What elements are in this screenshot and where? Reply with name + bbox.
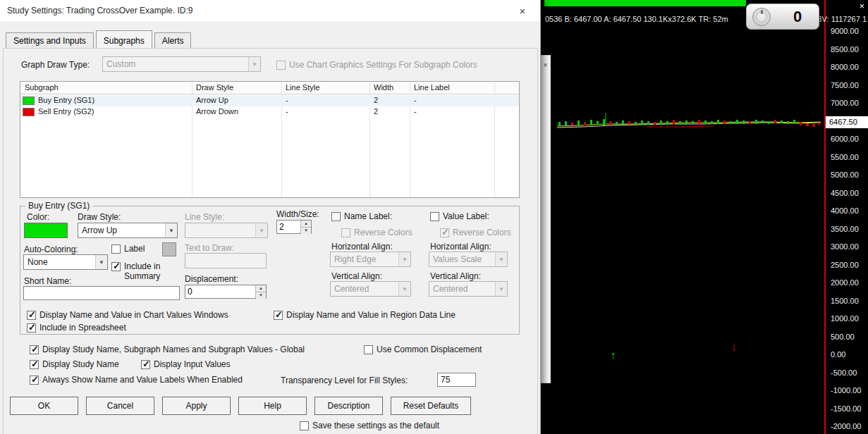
width-size-input[interactable] (277, 221, 300, 233)
label-color-button[interactable] (162, 242, 176, 256)
name-vertical-align-select[interactable]: Centered ▼ (330, 281, 411, 297)
displacement-label: Displacement: (185, 274, 238, 284)
graph-draw-type-value: Custom (103, 59, 248, 69)
study-settings-dialog: Study Settings: Trading CrossOver Exampl… (0, 0, 541, 434)
v-align-value: Centered (331, 284, 398, 294)
subgraph-color-swatch[interactable] (23, 97, 35, 105)
column-header: Subgraph (25, 83, 59, 92)
label-checkbox[interactable]: Label (111, 244, 145, 254)
checkbox-label: Include in Summary (124, 261, 183, 282)
auto-coloring-select[interactable]: None ▼ (23, 254, 108, 270)
cell-draw-style: Arrow Down (196, 107, 238, 116)
value-label-checkbox[interactable]: Value Label: (430, 211, 489, 221)
price-scale-label: 3000.00 (831, 242, 859, 252)
subgraph-color-button[interactable] (24, 223, 68, 238)
price-scale-label: 1500.00 (831, 297, 859, 306)
price-scale-labels[interactable]: 6467.50 9000.008500.008000.007500.007000… (826, 0, 868, 434)
description-button[interactable]: Description (314, 397, 383, 415)
line-style-select[interactable]: ▼ (185, 223, 268, 238)
displacement-stepper[interactable]: ▲ ▼ (185, 285, 267, 299)
spinner-up-icon[interactable]: ▲ (256, 285, 266, 292)
reset-defaults-button[interactable]: Reset Defaults (391, 397, 471, 415)
display-input-values-checkbox[interactable]: Display Input Values (141, 359, 231, 369)
price-scale-label: -1500.00 (831, 404, 861, 414)
graph-draw-type-select[interactable]: Custom ▼ (102, 56, 261, 72)
price-scale-label: -500.00 (831, 368, 857, 378)
value-horizontal-align-select[interactable]: Values Scale ▼ (429, 252, 508, 267)
column-header: Line Label (414, 83, 450, 92)
price-scale-label: 5500.00 (831, 153, 859, 162)
checkbox-box (141, 360, 150, 369)
volume-osd-popup: 0 (746, 4, 819, 30)
tab-alerts[interactable]: Alerts (154, 32, 192, 48)
include-in-spreadsheet-checkbox[interactable]: Include in Spreadsheet (27, 323, 126, 333)
cell-line-style: - (286, 107, 288, 116)
auto-coloring-label: Auto-Coloring: (24, 244, 78, 254)
osd-value: 0 (781, 8, 814, 26)
display-region-data-checkbox[interactable]: Display Name and Value in Region Data Li… (274, 310, 456, 320)
value-reverse-colors-checkbox[interactable]: Reverse Colors (440, 228, 511, 237)
name-horizontal-align-select[interactable]: Right Edge ▼ (330, 252, 411, 267)
checkbox-box (341, 228, 350, 237)
volume-knob-icon[interactable] (752, 8, 771, 26)
subgraph-table[interactable]: Subgraph Draw Style Line Style Width Lin… (20, 81, 520, 198)
displacement-input[interactable] (185, 285, 255, 298)
apply-button[interactable]: Apply (162, 397, 231, 415)
text-to-draw-input[interactable] (185, 253, 267, 268)
display-global-checkbox[interactable]: Display Study Name, Subgraph Names and S… (30, 345, 305, 354)
spinner-down-icon[interactable]: ▼ (256, 292, 266, 299)
checkbox-box (111, 262, 121, 271)
close-icon[interactable]: × (512, 5, 533, 17)
chevron-down-icon: ▼ (495, 282, 507, 296)
graph-draw-type-label: Graph Draw Type: (21, 60, 90, 70)
short-name-input[interactable] (23, 286, 180, 300)
candlestick-plot (541, 0, 868, 434)
price-scale-label: 1000.00 (831, 314, 859, 323)
name-label-checkbox[interactable]: Name Label: (331, 211, 392, 221)
sell-entry-arrow-icon: ↓ (731, 340, 737, 352)
spinner-down-icon[interactable]: ▼ (301, 227, 311, 234)
price-scale-label: 4500.00 (831, 189, 859, 198)
cell-subgraph: Buy Entry (SG1) (38, 96, 94, 104)
always-show-labels-checkbox[interactable]: Always Show Name and Value Labels When E… (30, 375, 243, 385)
ok-button[interactable]: OK (10, 397, 78, 415)
include-in-summary-checkbox[interactable]: Include in Summary (111, 261, 183, 282)
chevron-down-icon: ▼ (165, 223, 177, 237)
spinner-buttons[interactable]: ▲ ▼ (300, 221, 311, 233)
background-window-close-icon[interactable]: × (541, 61, 550, 69)
draw-style-select[interactable]: Arrow Up ▼ (78, 223, 178, 238)
value-vertical-align-select[interactable]: Centered ▼ (429, 281, 508, 297)
spinner-up-icon[interactable]: ▲ (301, 221, 311, 227)
checkbox-label: Use Chart Graphics Settings For Subgraph… (289, 60, 477, 70)
spinner-buttons[interactable]: ▲ ▼ (255, 285, 266, 298)
checkbox-label: Use Common Displacement (377, 345, 482, 354)
chart-close-icon[interactable]: × (859, 1, 864, 11)
text-to-draw-label: Text to Draw: (185, 243, 234, 253)
cell-line-label: - (414, 96, 417, 104)
display-chart-values-checkbox[interactable]: Display Name and Value in Chart Values W… (27, 310, 228, 320)
cancel-button[interactable]: Cancel (86, 397, 154, 415)
value-horizontal-align-label: Horizontal Align: (430, 242, 491, 252)
display-study-name-checkbox[interactable]: Display Study Name (30, 359, 119, 369)
save-default-checkbox[interactable]: Save these settings as the default (300, 421, 439, 430)
width-size-stepper[interactable]: ▲ ▼ (276, 220, 312, 234)
table-row[interactable]: Buy Entry (SG1) Arrow Up - 2 - (20, 95, 519, 106)
tab-settings-and-inputs[interactable]: Settings and Inputs (6, 32, 94, 48)
name-reverse-colors-checkbox[interactable]: Reverse Colors (341, 228, 412, 237)
tab-subgraphs[interactable]: Subgraphs (96, 30, 152, 48)
buy-entry-arrow-icon: ↑ (611, 349, 616, 361)
table-row[interactable]: Sell Entry (SG2) Arrow Down - 2 - (20, 106, 519, 118)
help-button[interactable]: Help (238, 397, 307, 415)
checkbox-box (331, 212, 341, 221)
transparency-input[interactable] (437, 373, 476, 387)
checkbox-box (27, 311, 36, 320)
use-chart-graphics-checkbox[interactable]: Use Chart Graphics Settings For Subgraph… (276, 60, 477, 70)
h-align-value: Values Scale (429, 254, 495, 264)
tab-strip: Settings and Inputs Subgraphs Alerts (6, 32, 193, 48)
checkbox-box (111, 244, 121, 254)
use-common-displacement-checkbox[interactable]: Use Common Displacement (364, 345, 482, 354)
subgraph-color-swatch[interactable] (23, 108, 35, 116)
dialog-titlebar[interactable]: Study Settings: Trading CrossOver Exampl… (0, 0, 540, 21)
short-name-label: Short Name: (24, 276, 71, 286)
chevron-down-icon: ▼ (248, 57, 260, 71)
